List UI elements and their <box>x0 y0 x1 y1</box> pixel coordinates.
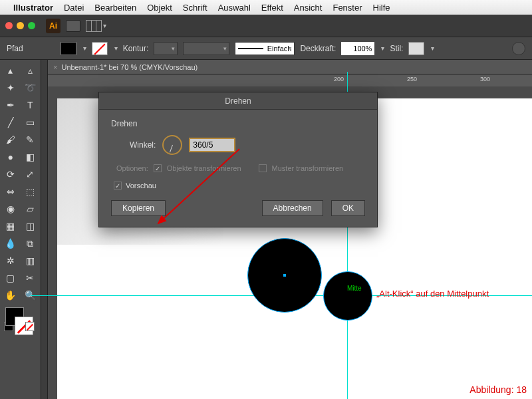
shape-builder-tool[interactable]: ◉ <box>1 201 20 217</box>
cancel-button[interactable]: Abbrechen <box>262 200 323 216</box>
scale-tool[interactable]: ⤢ <box>21 166 40 182</box>
transform-patterns-checkbox[interactable] <box>259 164 267 172</box>
dialog-title: Drehen <box>99 92 377 110</box>
gradient-tool[interactable]: ◫ <box>21 218 40 234</box>
slice-tool[interactable]: ✂ <box>21 270 40 286</box>
menu-objekt[interactable]: Objekt <box>147 3 172 13</box>
selection-type-label: Pfad <box>7 44 23 53</box>
fill-none-icon[interactable] <box>25 322 35 331</box>
panel-dock[interactable] <box>41 60 48 399</box>
brush-label: Einfach <box>267 45 292 53</box>
type-tool[interactable]: T <box>21 97 40 113</box>
illustrator-logo-icon: Ai <box>46 19 61 33</box>
app-topbar: Ai ▾ <box>0 15 532 37</box>
close-tab-icon[interactable]: × <box>53 63 57 71</box>
menu-app[interactable]: Illustrator <box>13 3 53 13</box>
hand-tool[interactable]: ✋ <box>1 287 20 303</box>
transform-objects-label: Objekte transformieren <box>167 164 241 172</box>
mitte-label: Mitte <box>347 285 362 292</box>
menu-hilfe[interactable]: Hilfe <box>373 3 390 13</box>
stroke-label: Kontur: <box>123 44 149 53</box>
selection-tool[interactable]: ▴ <box>1 63 20 78</box>
big-circle-shape[interactable] <box>247 238 322 313</box>
dialog-section-label: Drehen <box>111 119 365 128</box>
pencil-tool[interactable]: ✎ <box>21 132 40 148</box>
menu-ansicht[interactable]: Ansicht <box>294 3 323 13</box>
workspace-switcher[interactable]: ▾ <box>86 20 106 32</box>
alt-click-annotation: „Alt-Klick“ auf den Mittelpunkt <box>376 289 489 299</box>
free-transform-tool[interactable]: ⬚ <box>21 184 40 200</box>
direct-selection-tool[interactable]: ▵ <box>21 63 40 78</box>
artboard-tool[interactable]: ▢ <box>1 270 20 286</box>
color-wells[interactable] <box>1 305 39 336</box>
angle-input[interactable] <box>189 138 235 152</box>
rotate-dialog: Drehen Drehen Winkel: Optionen: Objekte … <box>98 92 378 227</box>
brush-dropdown[interactable]: Einfach <box>235 42 295 55</box>
menu-schrift[interactable]: Schrift <box>183 3 207 13</box>
stroke-swatch[interactable] <box>92 42 108 55</box>
transform-objects-checkbox[interactable] <box>154 164 162 172</box>
menu-auswahl[interactable]: Auswahl <box>218 3 251 13</box>
mesh-tool[interactable]: ▦ <box>1 218 20 234</box>
magic-wand-tool[interactable]: ✦ <box>1 80 20 96</box>
options-label: Optionen: <box>116 164 148 172</box>
pen-tool[interactable]: ✒ <box>1 97 20 113</box>
fill-swatch[interactable] <box>61 42 76 55</box>
perspective-tool[interactable]: ▱ <box>21 201 40 217</box>
paintbrush-tool[interactable]: 🖌 <box>1 132 20 148</box>
eyedropper-tool[interactable]: 💧 <box>1 235 20 251</box>
symbol-sprayer-tool[interactable]: ✲ <box>1 253 20 269</box>
window-controls <box>5 22 35 29</box>
graph-tool[interactable]: ▥ <box>21 253 40 269</box>
preview-checkbox[interactable] <box>114 182 122 190</box>
angle-dial[interactable] <box>162 135 182 155</box>
eraser-tool[interactable]: ◧ <box>21 149 40 165</box>
toolbox: ▴ ▵ ✦ ➰ ✒ T ╱ ▭ 🖌 ✎ ● ◧ ⟳ ⤢ ⇔ ⬚ ◉ ▱ ▦ ◫ … <box>0 60 41 399</box>
menu-datei[interactable]: Datei <box>64 3 84 13</box>
lasso-tool[interactable]: ➰ <box>21 80 40 96</box>
transform-patterns-label: Muster transformieren <box>272 164 344 172</box>
style-label: Stil: <box>390 44 403 53</box>
blob-brush-tool[interactable]: ● <box>1 149 20 165</box>
figure-label: Abbildung: 18 <box>469 384 527 395</box>
rectangle-tool[interactable]: ▭ <box>21 114 40 130</box>
width-tool[interactable]: ⇔ <box>1 184 20 200</box>
zoom-icon[interactable] <box>28 22 35 29</box>
bridge-button[interactable] <box>66 20 80 32</box>
ruler-tick: 300 <box>480 76 490 82</box>
angle-label: Winkel: <box>130 140 156 150</box>
ruler-tick: 250 <box>407 76 417 82</box>
line-tool[interactable]: ╱ <box>1 114 20 130</box>
ruler-tick: 200 <box>334 76 344 82</box>
ok-button[interactable]: OK <box>331 200 365 216</box>
recolor-icon[interactable] <box>512 42 525 55</box>
layout-icon <box>86 20 102 32</box>
mac-menubar: Illustrator Datei Bearbeiten Objekt Schr… <box>0 0 532 15</box>
minimize-icon[interactable] <box>17 22 24 29</box>
blend-tool[interactable]: ⧉ <box>21 235 40 251</box>
document-tab-title: Unbenannt-1* bei 70 % (CMYK/Vorschau) <box>61 63 198 71</box>
opacity-label: Deckkraft: <box>300 44 336 53</box>
menu-effekt[interactable]: Effekt <box>261 3 283 13</box>
ruler-horizontal: 200 250 300 <box>48 74 532 86</box>
rotate-tool[interactable]: ⟳ <box>1 166 20 182</box>
document-tab[interactable]: × Unbenannt-1* bei 70 % (CMYK/Vorschau) <box>48 60 532 74</box>
copy-button[interactable]: Kopieren <box>111 200 166 216</box>
graphic-style-swatch[interactable] <box>408 42 424 55</box>
var-width-dropdown[interactable] <box>183 42 229 55</box>
close-icon[interactable] <box>5 22 13 29</box>
chevron-down-icon: ▾ <box>103 22 106 29</box>
stroke-weight-dropdown[interactable] <box>154 42 178 55</box>
preview-label: Vorschau <box>126 182 156 190</box>
control-bar: Pfad ▾ ▾ Kontur: Einfach Deckkraft: ▾ St… <box>0 37 532 60</box>
menu-bearbeiten[interactable]: Bearbeiten <box>94 3 136 13</box>
menu-fenster[interactable]: Fenster <box>332 3 362 13</box>
opacity-field[interactable] <box>341 42 374 55</box>
small-circle-shape[interactable] <box>323 271 372 321</box>
